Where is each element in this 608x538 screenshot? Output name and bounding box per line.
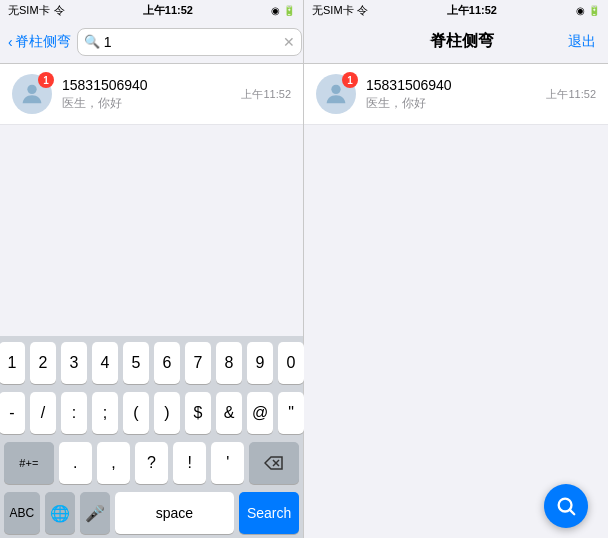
svg-line-5 (570, 510, 574, 514)
key-4[interactable]: 4 (92, 342, 118, 384)
time-right: 上午11:52 (447, 3, 497, 18)
key-rparen[interactable]: ) (154, 392, 180, 434)
key-quote[interactable]: " (278, 392, 304, 434)
wifi-icon-left: 令 (54, 3, 65, 18)
key-at[interactable]: @ (247, 392, 273, 434)
key-6[interactable]: 6 (154, 342, 180, 384)
chat-info-right: 15831506940 医生，你好 (366, 77, 536, 112)
key-globe[interactable]: 🌐 (45, 492, 75, 534)
svg-point-3 (331, 85, 340, 94)
backspace-icon (264, 456, 284, 470)
status-bar-right: 无SIM卡 令 上午11:52 ◉ 🔋 (304, 0, 608, 20)
chat-name-right: 15831506940 (366, 77, 536, 93)
clear-icon[interactable]: ✕ (283, 34, 295, 50)
chat-info-left: 15831506940 医生，你好 (62, 77, 231, 112)
chat-preview-left: 医生，你好 (62, 95, 231, 112)
key-slash[interactable]: / (30, 392, 56, 434)
key-space[interactable]: space (115, 492, 235, 534)
key-backspace[interactable] (249, 442, 299, 484)
chat-time-right: 上午11:52 (546, 87, 596, 102)
chat-item-right[interactable]: 1 15831506940 医生，你好 上午11:52 (304, 64, 608, 125)
battery-right: ◉ 🔋 (576, 5, 600, 16)
key-dash[interactable]: - (0, 392, 25, 434)
search-fab-icon (555, 495, 577, 517)
avatar-wrap-left: 1 (12, 74, 52, 114)
key-dollar[interactable]: $ (185, 392, 211, 434)
key-colon[interactable]: : (61, 392, 87, 434)
status-bar-left: 无SIM卡 令 上午11:52 ◉ 🔋 (0, 0, 303, 20)
carrier-right: 无SIM卡 令 (312, 3, 368, 18)
key-1[interactable]: 1 (0, 342, 25, 384)
key-lparen[interactable]: ( (123, 392, 149, 434)
time-left: 上午11:52 (143, 3, 193, 18)
search-icon-small: 🔍 (84, 34, 100, 49)
key-9[interactable]: 9 (247, 342, 273, 384)
back-button[interactable]: ‹ 脊柱侧弯 (8, 33, 71, 51)
key-5[interactable]: 5 (123, 342, 149, 384)
key-question[interactable]: ? (135, 442, 168, 484)
nav-bar-right: 脊柱侧弯 退出 (304, 20, 608, 64)
key-period[interactable]: . (59, 442, 92, 484)
left-panel: 无SIM卡 令 上午11:52 ◉ 🔋 ‹ 脊柱侧弯 🔍 ✕ 取消 (0, 0, 304, 538)
key-abc[interactable]: ABC (4, 492, 40, 534)
nav-title-right: 脊柱侧弯 (430, 31, 494, 52)
key-2[interactable]: 2 (30, 342, 56, 384)
svg-point-0 (27, 85, 36, 94)
search-input[interactable] (104, 34, 279, 50)
key-hashtag[interactable]: #+= (4, 442, 54, 484)
key-amp[interactable]: & (216, 392, 242, 434)
chat-time-left: 上午11:52 (241, 87, 291, 102)
fab-search-button[interactable] (544, 484, 588, 528)
chat-list-left: 1 15831506940 医生，你好 上午11:52 (0, 64, 303, 336)
chat-preview-right: 医生，你好 (366, 95, 536, 112)
key-7[interactable]: 7 (185, 342, 211, 384)
badge-left: 1 (38, 72, 54, 88)
key-8[interactable]: 8 (216, 342, 242, 384)
chat-name-left: 15831506940 (62, 77, 231, 93)
app-container: 无SIM卡 令 上午11:52 ◉ 🔋 ‹ 脊柱侧弯 🔍 ✕ 取消 (0, 0, 608, 538)
key-mic[interactable]: 🎤 (80, 492, 110, 534)
key-apostrophe[interactable]: ' (211, 442, 244, 484)
chevron-left-icon: ‹ (8, 34, 13, 50)
status-left-info: 无SIM卡 令 (8, 3, 65, 18)
signal-icon-left: ◉ 🔋 (271, 5, 295, 16)
key-semicolon[interactable]: ; (92, 392, 118, 434)
carrier-left: 无SIM卡 (8, 3, 50, 18)
keyboard-row-3: #+= . , ? ! ' (4, 442, 299, 484)
key-comma[interactable]: , (97, 442, 130, 484)
key-3[interactable]: 3 (61, 342, 87, 384)
search-bar[interactable]: 🔍 ✕ (77, 28, 302, 56)
status-right-left: 无SIM卡 令 (312, 3, 368, 18)
right-panel: 无SIM卡 令 上午11:52 ◉ 🔋 脊柱侧弯 退出 (304, 0, 608, 538)
back-label: 脊柱侧弯 (15, 33, 71, 51)
battery-left: ◉ 🔋 (271, 5, 295, 16)
keyboard-bottom-row: ABC 🌐 🎤 space Search (4, 492, 299, 534)
keyboard-row-1: 1 2 3 4 5 6 7 8 9 0 (4, 342, 299, 384)
key-0[interactable]: 0 (278, 342, 304, 384)
keyboard: 1 2 3 4 5 6 7 8 9 0 - / : ; ( ) $ & (0, 336, 303, 538)
avatar-wrap-right: 1 (316, 74, 356, 114)
battery-icon-right: ◉ 🔋 (576, 5, 600, 16)
chat-list-right: 1 15831506940 医生，你好 上午11:52 (304, 64, 608, 538)
keyboard-row-2: - / : ; ( ) $ & @ " (4, 392, 299, 434)
search-key-button[interactable]: Search (239, 492, 299, 534)
badge-right: 1 (342, 72, 358, 88)
nav-bar-left: ‹ 脊柱侧弯 🔍 ✕ 取消 (0, 20, 303, 64)
chat-item-left[interactable]: 1 15831506940 医生，你好 上午11:52 (0, 64, 303, 125)
exit-button[interactable]: 退出 (568, 33, 596, 51)
key-exclaim[interactable]: ! (173, 442, 206, 484)
